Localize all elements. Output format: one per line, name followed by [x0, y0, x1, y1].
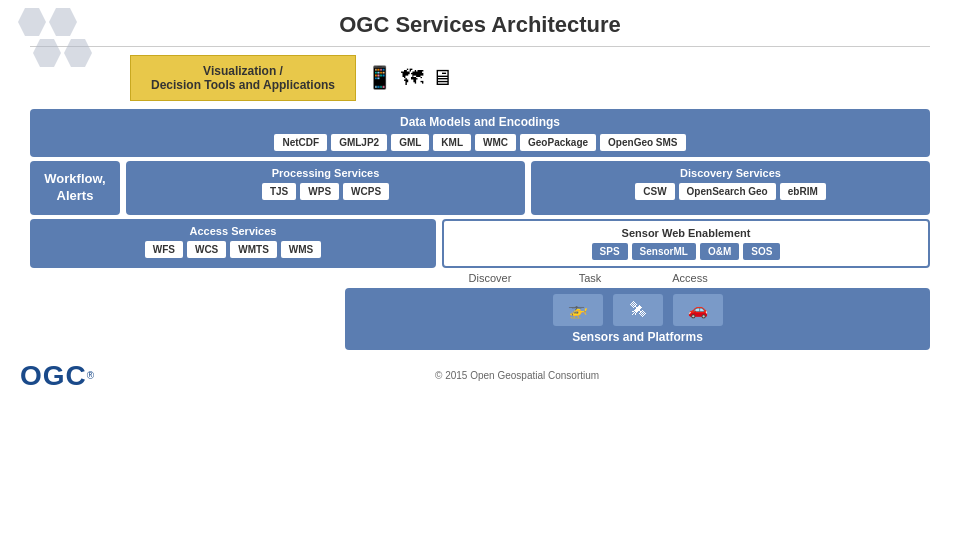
sensor-web-items: SPS SensorML O&M SOS	[452, 243, 920, 260]
disc-opensearch: OpenSearch Geo	[679, 183, 776, 200]
ogc-reg: ®	[87, 369, 94, 380]
viz-line1: Visualization /	[203, 64, 283, 78]
access-block: Access Services WFS WCS WMTS WMS	[30, 219, 436, 268]
sensor-images: 🚁 🛰 🚗	[553, 294, 723, 326]
sensors-title: Sensors and Platforms	[572, 330, 703, 344]
access-label: Access	[660, 272, 720, 284]
task-label: Task	[560, 272, 620, 284]
page: OGC Services Architecture Visualization …	[0, 0, 960, 540]
sensor-web-block: Sensor Web Enablement SPS SensorML O&M S…	[442, 219, 930, 268]
hex-icon	[64, 39, 92, 67]
discovery-block: Discovery Services CSW OpenSearch Geo eb…	[531, 161, 930, 215]
ogc-logo-area: OGC®	[20, 360, 94, 392]
hex-icon	[49, 8, 77, 36]
acc-wms: WMS	[281, 241, 321, 258]
acc-wfs: WFS	[145, 241, 183, 258]
access-row: Access Services WFS WCS WMTS WMS Sensor …	[30, 219, 930, 268]
workflow-box: Workflow,Alerts	[30, 161, 120, 215]
disc-ebrim: ebRIM	[780, 183, 826, 200]
processing-items: TJS WPS WCPS	[134, 183, 517, 200]
proc-wcps: WCPS	[343, 183, 389, 200]
mobile-icon: 📱	[366, 65, 393, 91]
discovery-title: Discovery Services	[539, 167, 922, 179]
hex-decoration	[18, 8, 92, 67]
device-icons: 📱 🗺 🖥	[366, 65, 453, 91]
hex-icon	[33, 39, 61, 67]
data-models-items: NetCDF GMLJP2 GML KML WMC GeoPackage Ope…	[40, 134, 920, 151]
desktop-icon: 🖥	[431, 65, 453, 91]
data-models-band: Data Models and Encodings NetCDF GMLJP2 …	[30, 109, 930, 157]
hex-icon	[18, 8, 46, 36]
ogc-logo: OGC	[20, 360, 87, 391]
map-icon: 🗺	[401, 65, 423, 91]
data-item-gmljp2: GMLJP2	[331, 134, 387, 151]
sw-sensorml: SensorML	[632, 243, 696, 260]
data-item-kml: KML	[433, 134, 471, 151]
acc-wcs: WCS	[187, 241, 226, 258]
access-items: WFS WCS WMTS WMS	[38, 241, 428, 258]
sw-om: O&M	[700, 243, 739, 260]
sw-sps: SPS	[592, 243, 628, 260]
page-title: OGC Services Architecture	[339, 12, 621, 38]
viz-box: Visualization / Decision Tools and Appli…	[130, 55, 356, 101]
copyright-text: © 2015 Open Geospatial Consortium	[94, 370, 940, 381]
vehicle-icon: 🚗	[673, 294, 723, 326]
data-item-wmc: WMC	[475, 134, 516, 151]
discover-label: Discover	[460, 272, 520, 284]
footer: OGC® © 2015 Open Geospatial Consortium	[0, 354, 960, 398]
satellite-icon: 🛰	[613, 294, 663, 326]
proc-tjs: TJS	[262, 183, 296, 200]
data-item-geopkg: GeoPackage	[520, 134, 596, 151]
drone-icon: 🚁	[553, 294, 603, 326]
data-item-opengeo: OpenGeo SMS	[600, 134, 685, 151]
access-title: Access Services	[38, 225, 428, 237]
acc-wmts: WMTS	[230, 241, 277, 258]
proc-wps: WPS	[300, 183, 339, 200]
processing-title: Processing Services	[134, 167, 517, 179]
dta-labels-row: Discover Task Access	[30, 272, 930, 284]
viz-line2: Decision Tools and Applications	[151, 78, 335, 92]
workflow-label: Workflow,Alerts	[44, 171, 105, 205]
sensor-web-title: Sensor Web Enablement	[452, 227, 920, 239]
data-models-title: Data Models and Encodings	[40, 115, 920, 129]
discovery-items: CSW OpenSearch Geo ebRIM	[539, 183, 922, 200]
data-item-gml: GML	[391, 134, 429, 151]
sensors-band: 🚁 🛰 🚗 Sensors and Platforms	[345, 288, 930, 350]
processing-block: Processing Services TJS WPS WCPS	[126, 161, 525, 215]
title-divider	[30, 46, 930, 47]
disc-csw: CSW	[635, 183, 674, 200]
sensors-row: 🚁 🛰 🚗 Sensors and Platforms	[30, 288, 930, 350]
middle-row: Workflow,Alerts Processing Services TJS …	[30, 161, 930, 215]
data-item-netcdf: NetCDF	[274, 134, 327, 151]
sw-sos: SOS	[743, 243, 780, 260]
viz-row: Visualization / Decision Tools and Appli…	[30, 55, 930, 101]
main-content: Visualization / Decision Tools and Appli…	[30, 55, 930, 350]
